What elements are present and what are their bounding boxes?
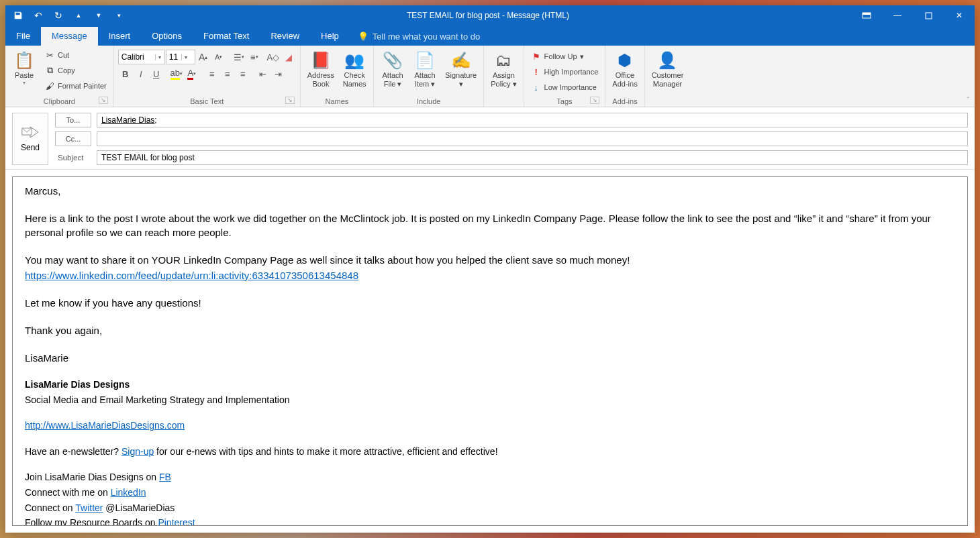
attach-file-button[interactable]: 📎AttachFile ▾ bbox=[378, 48, 407, 89]
body-paragraph: You may want to share it on YOUR LinkedI… bbox=[25, 253, 955, 267]
save-icon[interactable] bbox=[12, 9, 24, 21]
to-button[interactable]: To... bbox=[55, 113, 91, 127]
shrink-font-icon[interactable]: A▾ bbox=[211, 50, 226, 64]
attach-item-button[interactable]: 📄AttachItem ▾ bbox=[410, 48, 440, 89]
tab-file[interactable]: File bbox=[5, 27, 41, 46]
address-book-button[interactable]: 📕AddressBook bbox=[305, 48, 337, 89]
clear-formatting-icon[interactable]: A◇ bbox=[266, 50, 281, 64]
align-right-icon[interactable]: ≡ bbox=[236, 66, 250, 81]
lightbulb-icon: 💡 bbox=[358, 32, 369, 42]
sig-linkedin-link[interactable]: LinkedIn bbox=[111, 487, 146, 498]
maximize-icon[interactable] bbox=[913, 5, 944, 25]
align-center-icon[interactable]: ≡ bbox=[220, 66, 235, 81]
cut-button[interactable]: ✂Cut bbox=[42, 48, 109, 62]
redo-icon[interactable]: ↻ bbox=[52, 9, 64, 21]
scissors-icon: ✂ bbox=[44, 50, 55, 60]
numbering-icon[interactable]: ≡▾ bbox=[247, 50, 262, 64]
group-clipboard: 📋 Paste ▾ ✂Cut ⧉Copy 🖌Format Painter Cli… bbox=[5, 46, 114, 107]
body-paragraph: Thank you again, bbox=[25, 323, 955, 337]
close-icon[interactable]: ✕ bbox=[944, 5, 975, 25]
font-name-combo[interactable]: ▾ bbox=[118, 50, 165, 64]
italic-icon[interactable]: I bbox=[134, 66, 148, 81]
signature-icon: ✍ bbox=[450, 50, 472, 71]
sig-signup-link[interactable]: Sign-up bbox=[121, 446, 154, 457]
ribbon-tabs: File Message Insert Options Format Text … bbox=[5, 25, 975, 46]
flag-icon: ⚑ bbox=[531, 51, 542, 62]
tab-review[interactable]: Review bbox=[260, 27, 310, 46]
cc-button[interactable]: Cc... bbox=[55, 131, 91, 146]
grow-font-icon[interactable]: A▴ bbox=[196, 50, 211, 64]
sig-fb-link[interactable]: FB bbox=[159, 472, 171, 482]
svg-rect-2 bbox=[926, 13, 932, 19]
send-button[interactable]: Send bbox=[12, 113, 48, 165]
font-size-combo[interactable]: ▾ bbox=[166, 50, 195, 64]
to-field[interactable]: LisaMarie Dias; bbox=[97, 113, 968, 127]
title-bar: ↶ ↻ ▲ ▼ ▾ TEST EMAIL for blog post - Mes… bbox=[5, 5, 975, 25]
group-addins: ⬢OfficeAdd-ins Add-ins bbox=[605, 46, 644, 107]
customer-manager-button[interactable]: 👤CustomerManager bbox=[649, 48, 687, 89]
svg-rect-1 bbox=[863, 13, 871, 15]
eraser-icon[interactable]: ◢ bbox=[281, 50, 296, 64]
clipboard-icon: 📋 bbox=[13, 50, 35, 71]
tab-help[interactable]: Help bbox=[310, 27, 350, 46]
check-names-icon: 👥 bbox=[344, 50, 365, 71]
high-importance-button[interactable]: !High Importance bbox=[528, 64, 601, 79]
sig-tagline: Social Media and Email Marketing Strateg… bbox=[25, 394, 955, 407]
bold-icon[interactable]: B bbox=[118, 66, 133, 81]
ribbon-display-icon[interactable] bbox=[851, 5, 882, 25]
tab-insert[interactable]: Insert bbox=[98, 27, 142, 46]
low-importance-button[interactable]: ↓Low Importance bbox=[528, 80, 601, 95]
sig-website-link[interactable]: http://www.LisaMarieDiasDesigns.com bbox=[25, 420, 185, 431]
bullets-icon[interactable]: ☰▾ bbox=[232, 50, 246, 64]
group-include: 📎AttachFile ▾ 📄AttachItem ▾ ✍Signature▾ … bbox=[374, 46, 484, 107]
message-header: Send To... LisaMarie Dias; Cc... Subject bbox=[5, 107, 975, 170]
increase-indent-icon[interactable]: ⇥ bbox=[271, 66, 286, 81]
tell-me-search[interactable]: 💡 Tell me what you want to do bbox=[350, 28, 488, 46]
undo-icon[interactable]: ↶ bbox=[32, 9, 44, 21]
office-addins-button[interactable]: ⬢OfficeAdd-ins bbox=[609, 48, 640, 89]
sig-pinterest-link[interactable]: Pinterest bbox=[158, 517, 195, 526]
signature-button[interactable]: ✍Signature▾ bbox=[442, 48, 479, 89]
highlight-icon[interactable]: ab▾ bbox=[169, 66, 184, 81]
sig-twitter-link[interactable]: Twitter bbox=[75, 502, 103, 513]
paste-button[interactable]: 📋 Paste ▾ bbox=[9, 48, 39, 87]
dialog-launcher-icon[interactable]: ↘ bbox=[590, 97, 599, 104]
body-link[interactable]: https://www.linkedin.com/feed/update/urn… bbox=[25, 270, 358, 281]
dialog-launcher-icon[interactable]: ↘ bbox=[99, 97, 108, 104]
window-buttons: — ✕ bbox=[851, 5, 975, 25]
align-left-icon[interactable]: ≡ bbox=[205, 66, 219, 81]
group-names: 📕AddressBook 👥CheckNames Names bbox=[301, 46, 374, 107]
tab-options[interactable]: Options bbox=[141, 27, 193, 46]
underline-icon[interactable]: U bbox=[149, 66, 164, 81]
group-assign: 🗂AssignPolicy ▾ bbox=[484, 46, 524, 107]
cc-field[interactable] bbox=[97, 131, 968, 146]
ribbon: 📋 Paste ▾ ✂Cut ⧉Copy 🖌Format Painter Cli… bbox=[5, 46, 975, 107]
body-signoff: LisaMarie bbox=[25, 351, 955, 365]
group-basic-text: ▾ ▾ A▴ A▾ ☰▾ ≡▾ A◇ ◢ B I U ab▾ bbox=[114, 46, 301, 107]
addins-icon: ⬢ bbox=[614, 50, 636, 71]
paperclip-icon: 📎 bbox=[382, 50, 403, 71]
follow-up-button[interactable]: ⚑Follow Up ▾ bbox=[528, 49, 601, 64]
quick-access-toolbar: ↶ ↻ ▲ ▼ ▾ bbox=[5, 9, 125, 21]
format-painter-button[interactable]: 🖌Format Painter bbox=[42, 78, 109, 93]
collapse-ribbon-icon[interactable]: ˆ bbox=[967, 97, 969, 104]
exclamation-icon: ! bbox=[531, 66, 542, 77]
dialog-launcher-icon[interactable]: ↘ bbox=[285, 97, 295, 104]
tab-message[interactable]: Message bbox=[41, 27, 98, 46]
send-icon bbox=[21, 125, 40, 139]
group-tags: ⚑Follow Up ▾ !High Importance ↓Low Impor… bbox=[524, 46, 606, 107]
message-body[interactable]: Marcus, Here is a link to the post I wro… bbox=[12, 176, 968, 526]
signature-block: LisaMarie Dias Designs Social Media and … bbox=[25, 378, 955, 526]
tab-format-text[interactable]: Format Text bbox=[193, 27, 260, 46]
check-names-button[interactable]: 👥CheckNames bbox=[340, 48, 369, 89]
decrease-indent-icon[interactable]: ⇤ bbox=[256, 66, 271, 81]
minimize-icon[interactable]: — bbox=[882, 5, 913, 25]
assign-policy-button[interactable]: 🗂AssignPolicy ▾ bbox=[488, 48, 519, 89]
qat-down-icon[interactable]: ▼ bbox=[93, 9, 105, 21]
qat-customize-icon[interactable]: ▾ bbox=[113, 9, 125, 21]
qat-up-icon[interactable]: ▲ bbox=[72, 9, 85, 21]
body-container: Marcus, Here is a link to the post I wro… bbox=[5, 170, 975, 533]
copy-button[interactable]: ⧉Copy bbox=[42, 63, 109, 78]
font-color-icon[interactable]: A▾ bbox=[185, 66, 199, 81]
subject-field[interactable] bbox=[97, 150, 968, 165]
